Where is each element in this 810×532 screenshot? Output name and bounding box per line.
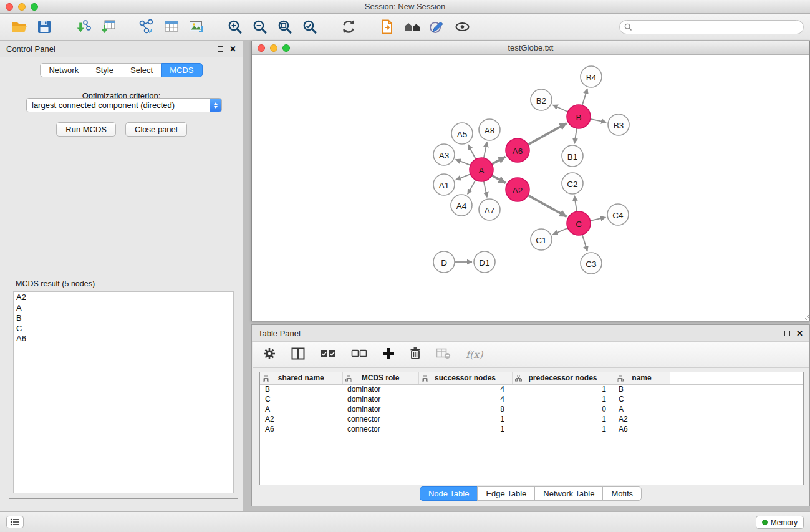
- mcds-result-item[interactable]: B: [14, 313, 233, 324]
- new-network-button[interactable]: [136, 16, 157, 37]
- float-panel-icon[interactable]: [218, 46, 223, 52]
- apply-layout-button[interactable]: [338, 16, 359, 37]
- node-C3[interactable]: C3: [581, 253, 602, 274]
- close-window-button[interactable]: [6, 3, 13, 11]
- zoom-selected-button[interactable]: [299, 16, 321, 37]
- close-panel-icon[interactable]: ✕: [229, 45, 236, 53]
- zoom-in-button[interactable]: [224, 16, 246, 37]
- edge-A-A6[interactable]: [492, 157, 506, 164]
- node-A2[interactable]: A2: [506, 178, 529, 201]
- node-A7[interactable]: A7: [479, 199, 500, 220]
- edge-C-C2[interactable]: [574, 196, 577, 211]
- close-panel-button[interactable]: Close panel: [125, 122, 187, 137]
- node-A1[interactable]: A1: [433, 174, 455, 195]
- search-input[interactable]: [632, 21, 803, 33]
- table-row[interactable]: Adominator80A: [260, 404, 803, 414]
- edge-A-A8[interactable]: [484, 142, 487, 158]
- node-A4[interactable]: A4: [451, 195, 472, 216]
- table-row[interactable]: A6connector11A6: [260, 424, 803, 434]
- edge-A-A5[interactable]: [468, 145, 476, 160]
- node-A3[interactable]: A3: [433, 144, 455, 165]
- column-header-shared-name[interactable]: shared name: [260, 372, 342, 384]
- table-row[interactable]: Cdominator41C: [260, 394, 803, 404]
- node-B3[interactable]: B3: [608, 114, 629, 135]
- import-table-button[interactable]: [97, 16, 118, 37]
- network-zoom-button[interactable]: [282, 44, 290, 52]
- table-settings-button[interactable]: [263, 347, 276, 363]
- zoom-fit-button[interactable]: [274, 16, 296, 37]
- task-history-button[interactable]: [6, 516, 24, 528]
- mcds-result-item[interactable]: A: [14, 303, 233, 314]
- new-table-button[interactable]: [161, 16, 182, 37]
- edge-B-B2[interactable]: [552, 105, 567, 112]
- resize-grip[interactable]: [801, 312, 809, 320]
- edge-C-C4[interactable]: [591, 217, 606, 221]
- minimize-window-button[interactable]: [18, 3, 26, 11]
- run-mcds-button[interactable]: Run MCDS: [56, 122, 116, 137]
- export-image-button[interactable]: [186, 16, 207, 37]
- edge-A-A3[interactable]: [456, 159, 471, 165]
- open-session-button[interactable]: [9, 16, 30, 37]
- delete-column-button[interactable]: [410, 347, 421, 362]
- tab-select[interactable]: Select: [122, 63, 162, 77]
- node-A5[interactable]: A5: [451, 123, 473, 144]
- node-C2[interactable]: C2: [562, 173, 583, 194]
- edge-A-A2[interactable]: [492, 175, 506, 183]
- node-D1[interactable]: D1: [474, 251, 495, 273]
- node-C[interactable]: C: [567, 211, 591, 235]
- node-C1[interactable]: C1: [531, 229, 552, 250]
- node-A6[interactable]: A6: [506, 138, 529, 162]
- edge-C-C3[interactable]: [582, 235, 587, 251]
- edge-A-A7[interactable]: [484, 181, 487, 198]
- zoom-out-button[interactable]: [249, 16, 271, 37]
- tab-style[interactable]: Style: [87, 63, 122, 77]
- show-hide-button[interactable]: [451, 16, 473, 37]
- memory-button[interactable]: Memory: [756, 516, 804, 529]
- network-canvas[interactable]: B4B2BB3B1A5A8A6A3AA1A2A4A7C2C4CC1C3DD1: [252, 55, 809, 321]
- network-minimize-button[interactable]: [270, 44, 277, 52]
- node-D[interactable]: D: [433, 251, 455, 273]
- network-close-button[interactable]: [258, 44, 265, 52]
- birds-eye-view-button[interactable]: [402, 16, 423, 37]
- mcds-result-item[interactable]: A2: [14, 293, 233, 303]
- delete-table-button[interactable]: [436, 348, 451, 362]
- column-header-successor-nodes[interactable]: successor nodes: [418, 372, 512, 384]
- float-table-panel-icon[interactable]: [784, 331, 790, 336]
- tab-motifs[interactable]: Motifs: [602, 486, 642, 501]
- optimization-criterion-dropdown[interactable]: largest connected component (directed): [26, 98, 222, 112]
- show-columns-button[interactable]: [291, 347, 305, 362]
- node-A8[interactable]: A8: [479, 119, 500, 140]
- node-B1[interactable]: B1: [562, 145, 583, 167]
- tab-edge-table[interactable]: Edge Table: [477, 486, 535, 501]
- edge-C-C1[interactable]: [552, 228, 567, 235]
- edge-A2-C[interactable]: [528, 195, 567, 216]
- node-B4[interactable]: B4: [581, 66, 602, 87]
- edge-B-B4[interactable]: [582, 89, 587, 105]
- node-A[interactable]: A: [470, 158, 493, 181]
- save-session-button[interactable]: [34, 16, 55, 37]
- column-header-MCDS-role[interactable]: MCDS role: [342, 372, 418, 384]
- network-snapshot-button[interactable]: [377, 16, 398, 37]
- edge-B-B3[interactable]: [591, 119, 607, 122]
- table-row[interactable]: Bdominator41B: [260, 384, 803, 394]
- column-header-predecessor-nodes[interactable]: predecessor nodes: [512, 372, 614, 384]
- zoom-window-button[interactable]: [31, 3, 38, 11]
- function-builder-button[interactable]: f(x): [466, 349, 483, 360]
- node-C4[interactable]: C4: [607, 204, 629, 225]
- tab-mcds[interactable]: MCDS: [161, 63, 202, 77]
- mcds-result-item[interactable]: A6: [14, 334, 233, 344]
- tab-network[interactable]: Network: [40, 63, 87, 77]
- apply-style-button[interactable]: [427, 16, 448, 37]
- column-header-name[interactable]: name: [614, 372, 670, 384]
- table-row[interactable]: A2connector11A2: [260, 414, 803, 424]
- edge-A6-B[interactable]: [528, 123, 567, 145]
- node-B2[interactable]: B2: [531, 89, 552, 110]
- select-all-columns-button[interactable]: [320, 349, 336, 360]
- node-B[interactable]: B: [567, 105, 591, 128]
- tab-node-table[interactable]: Node Table: [420, 486, 478, 501]
- mcds-result-item[interactable]: C: [14, 324, 233, 334]
- edge-A-A4[interactable]: [468, 180, 476, 195]
- create-column-button[interactable]: [382, 347, 395, 362]
- unselect-all-columns-button[interactable]: [351, 349, 367, 360]
- search-box[interactable]: [619, 20, 804, 34]
